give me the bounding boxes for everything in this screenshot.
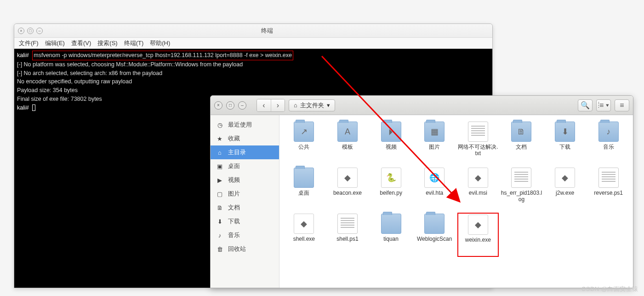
file-item[interactable]: A模板	[327, 121, 369, 165]
file-item[interactable]: ↗公共	[283, 121, 325, 165]
sidebar-item[interactable]: ◷最近使用	[211, 118, 279, 132]
back-button[interactable]: ‹	[257, 99, 271, 111]
sidebar-label: 最近使用	[228, 121, 252, 129]
file-item[interactable]: tiquan	[370, 213, 412, 257]
file-glyph-icon: ◆	[301, 219, 307, 229]
file-item[interactable]: 桌面	[283, 167, 325, 211]
close-icon[interactable]: ×	[18, 28, 24, 34]
file-icon: ⬇	[555, 122, 575, 142]
maximize-icon[interactable]: □	[27, 28, 34, 34]
sidebar-icon: ▶	[216, 177, 223, 184]
file-glyph-icon: 🌐	[429, 173, 439, 183]
maximize-icon[interactable]: □	[226, 101, 234, 110]
file-icon	[294, 168, 314, 188]
sidebar-item[interactable]: ♪音乐	[211, 228, 279, 242]
file-glyph-icon: A	[345, 127, 350, 137]
output-line: No encoder specified, outputting raw pay…	[17, 78, 132, 85]
menu-help[interactable]: 帮助(H)	[150, 39, 170, 47]
file-label: 网络不可达解决.txt	[457, 144, 499, 157]
sidebar-label: 文档	[228, 203, 240, 212]
menu-search[interactable]: 搜索(S)	[97, 39, 117, 47]
file-glyph-icon: ⬇	[562, 127, 569, 137]
terminal-title: 终端	[46, 27, 489, 35]
sidebar-icon: ⌂	[216, 149, 223, 156]
file-manager-window: × □ – ‹ › ⌂ 主文件夹 ▾ 🔍 ⦙≡ ▾ ≡ ◷最近使用★收藏⌂主目录…	[210, 95, 633, 288]
file-label: 文档	[516, 144, 527, 150]
sidebar-item[interactable]: ▶视频	[211, 173, 279, 187]
file-label: 桌面	[298, 190, 309, 196]
location-label: 主文件夹	[300, 101, 324, 110]
output-line: Payload size: 354 bytes	[17, 87, 78, 93]
sidebar-item[interactable]: 🗎文档	[211, 201, 279, 215]
file-icon: ◆	[555, 168, 575, 188]
sidebar-item[interactable]: ⬇下载	[211, 215, 279, 228]
file-icon: ♪	[598, 122, 619, 142]
file-item[interactable]: WeblogicScan	[414, 213, 456, 257]
file-glyph-icon: ⏵	[387, 127, 395, 137]
sidebar-icon: ▢	[216, 191, 223, 197]
prompt: kali#	[17, 104, 29, 111]
sidebar-item[interactable]: ▢图片	[211, 187, 279, 201]
file-label: tiquan	[383, 236, 399, 242]
sidebar-label: 图片	[228, 190, 240, 198]
file-label: shell.exe	[293, 236, 315, 242]
file-item[interactable]: 网络不可达解决.txt	[457, 121, 499, 165]
file-label: 音乐	[603, 144, 614, 150]
file-item[interactable]: reverse.ps1	[587, 167, 629, 211]
menu-view[interactable]: 查看(V)	[71, 39, 91, 47]
file-item[interactable]: ◆beacon.exe	[327, 167, 369, 211]
file-glyph-icon: ◆	[475, 220, 481, 230]
sidebar-label: 回收站	[228, 245, 246, 253]
minimize-icon[interactable]: –	[36, 28, 43, 34]
prompt: kali#	[17, 52, 29, 58]
terminal-titlebar[interactable]: × □ – 终端	[14, 24, 492, 38]
file-item[interactable]: 🌐evil.hta	[414, 167, 456, 211]
close-icon[interactable]: ×	[214, 101, 222, 110]
output-line: [-] No platform was selected, choosing M…	[17, 61, 243, 68]
file-glyph-icon: 🐍	[386, 173, 396, 183]
home-icon: ⌂	[294, 102, 297, 109]
sidebar-label: 收藏	[228, 134, 240, 143]
file-glyph-icon: ♪	[606, 127, 610, 137]
menu-edit[interactable]: 编辑(E)	[45, 39, 65, 47]
file-icon	[381, 214, 401, 234]
file-item[interactable]: hs_err_pid1803.log	[501, 167, 542, 211]
file-item[interactable]: 🗎文档	[501, 121, 542, 165]
file-item[interactable]: 🐍beifen.py	[370, 167, 412, 211]
file-item[interactable]: ◆evil.msi	[457, 167, 499, 211]
file-item[interactable]: ♪音乐	[587, 121, 629, 165]
menu-terminal[interactable]: 终端(T)	[124, 39, 144, 47]
file-item[interactable]: ▦图片	[414, 121, 456, 165]
sidebar-icon: 🗎	[216, 204, 223, 211]
sidebar-item[interactable]: 🗑回收站	[211, 242, 279, 256]
sidebar-item[interactable]: ★收藏	[211, 132, 279, 145]
file-label: 下载	[559, 144, 570, 150]
location-button[interactable]: ⌂ 主文件夹 ▾	[289, 99, 335, 111]
file-item[interactable]: ◆shell.exe	[283, 213, 325, 257]
file-item[interactable]: ⏵视频	[370, 121, 412, 165]
file-icon: ◆	[468, 168, 488, 188]
file-item[interactable]: ◆weixin.exe	[457, 213, 499, 257]
file-glyph-icon: 🗎	[517, 127, 525, 137]
file-glyph-icon: ◆	[344, 173, 351, 183]
forward-button[interactable]: ›	[271, 99, 285, 111]
file-icon: ⏵	[381, 122, 401, 142]
file-label: WeblogicScan	[417, 236, 452, 242]
file-item[interactable]: ◆j2w.exe	[544, 167, 586, 211]
file-label: weixin.exe	[465, 237, 491, 243]
search-button[interactable]: 🔍	[578, 99, 593, 111]
menu-file[interactable]: 文件(F)	[19, 39, 39, 47]
sidebar: ◷最近使用★收藏⌂主目录▣桌面▶视频▢图片🗎文档⬇下载♪音乐🗑回收站	[211, 115, 279, 288]
sidebar-item[interactable]: ⌂主目录	[211, 145, 279, 159]
file-item[interactable]: ⬇下载	[544, 121, 586, 165]
file-label: j2w.exe	[556, 190, 574, 196]
minimize-icon[interactable]: –	[238, 101, 246, 110]
file-manager-header[interactable]: × □ – ‹ › ⌂ 主文件夹 ▾ 🔍 ⦙≡ ▾ ≡	[211, 96, 633, 115]
file-label: evil.msi	[469, 190, 487, 196]
file-icon	[337, 214, 358, 234]
view-toggle-button[interactable]: ⦙≡ ▾	[596, 99, 611, 111]
file-item[interactable]: shell.ps1	[327, 213, 369, 257]
sidebar-item[interactable]: ▣桌面	[211, 159, 279, 173]
sidebar-label: 主目录	[228, 148, 246, 157]
hamburger-menu-button[interactable]: ≡	[615, 99, 629, 111]
